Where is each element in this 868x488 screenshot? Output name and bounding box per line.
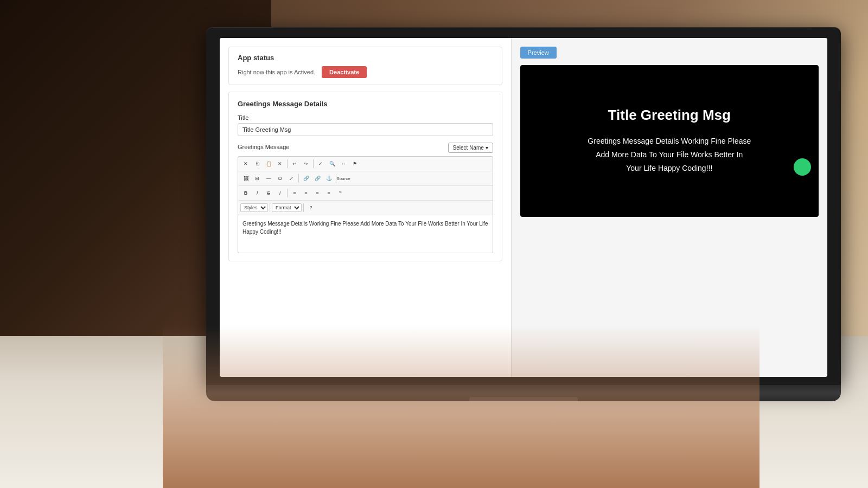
preview-line-3: Your Life Happy Coding!!! [626,164,712,172]
toolbar-outdent[interactable]: ≡ [312,188,323,198]
toolbar-row-1: ✕ ⎘ 📋 ✕ ↩ ↪ ✓ 🔍 ↔ ⚑ [238,157,493,171]
app-status-title: App status [238,54,493,62]
toolbar-replace[interactable]: ↔ [338,158,349,169]
separator-7 [303,203,304,212]
toolbar-row-4: Styles Format ? [238,201,493,215]
preview-line-2: Add More Data To Your File Works Better … [596,150,743,159]
separator-5 [287,189,288,197]
toolbar-help[interactable]: ? [305,202,316,213]
preview-black-box: Title Greeting Msg Greetings Message Det… [520,65,819,217]
laptop-screen: App status Right now this app is Actived… [220,38,827,377]
greetings-section: Greetings Message Details Title Greeting… [228,92,502,261]
editor-toolbar: ✕ ⎘ 📋 ✕ ↩ ↪ ✓ 🔍 ↔ ⚑ [238,156,493,215]
app-status-text: Right now this app is Actived. [238,69,315,75]
format-select[interactable]: Format [272,203,302,212]
deactivate-button[interactable]: Deactivate [322,66,367,78]
greetings-section-title: Greetings Message Details [238,100,493,108]
toolbar-row-2: 🖼 ⊞ — Ω ⤢ 🔗 🔗 ⚓ Source [238,171,493,186]
preview-button[interactable]: Preview [520,47,557,59]
title-field-label: Title [238,114,493,121]
toolbar-ol[interactable]: ≡ [289,188,300,198]
greetings-msg-label: Greetings Message [238,144,289,150]
toolbar-row-3: B I S I ≡ ≡ ≡ ≡ ❝ [238,186,493,201]
right-panel: Preview Title Greeting Msg Greetings Mes… [512,38,827,377]
toolbar-link[interactable]: 🔗 [301,173,311,184]
styles-select[interactable]: Styles [240,203,268,212]
toolbar-redo[interactable]: ↪ [301,158,311,169]
toolbar-hr[interactable]: — [263,173,274,184]
screen-content: App status Right now this app is Actived… [220,38,827,377]
toolbar-image[interactable]: 🖼 [240,173,251,184]
toolbar-italic[interactable]: I [252,188,263,198]
separator-3 [298,174,299,183]
toolbar-undo[interactable]: ↩ [289,158,300,169]
toolbar-omega[interactable]: Ω [275,173,285,184]
toolbar-copy[interactable]: ⎘ [252,158,263,169]
toolbar-indent[interactable]: ≡ [323,188,334,198]
toolbar-flag[interactable]: ⚑ [349,158,360,169]
toolbar-unlink[interactable]: 🔗 [312,173,323,184]
preview-title: Title Greeting Msg [608,107,731,124]
separator-1 [287,159,288,168]
toolbar-bold[interactable]: B [240,188,251,198]
toolbar-anchor[interactable]: ⚓ [323,173,334,184]
toolbar-source[interactable]: Source [338,173,349,184]
toolbar-find[interactable]: 🔍 [327,158,337,169]
editor-content-area[interactable]: Greetings Message Details Working Fine P… [238,215,493,253]
preview-line-1: Greetings Message Details Working Fine P… [588,137,751,145]
toolbar-cut[interactable]: ✕ [240,158,251,169]
toolbar-delete[interactable]: ✕ [275,158,285,169]
screen-bezel: App status Right now this app is Actived… [206,27,841,385]
toolbar-table[interactable]: ⊞ [252,173,263,184]
toolbar-subscript[interactable]: I [275,188,285,198]
select-name-button[interactable]: Select Name ▾ [448,143,493,153]
app-status-section: App status Right now this app is Actived… [228,47,502,85]
laptop-base [206,385,841,401]
title-input[interactable] [238,123,493,136]
laptop: App status Right now this app is Actived… [206,27,841,401]
toolbar-blockquote[interactable]: ❝ [335,188,346,198]
toolbar-strikethrough[interactable]: S [263,188,274,198]
toolbar-paste[interactable]: 📋 [263,158,274,169]
toolbar-ul[interactable]: ≡ [301,188,311,198]
preview-body: Greetings Message Details Working Fine P… [588,134,751,176]
left-panel: App status Right now this app is Actived… [220,38,512,377]
app-status-row: Right now this app is Actived. Deactivat… [238,66,493,78]
toolbar-fullscreen[interactable]: ⤢ [286,173,297,184]
toolbar-spellcheck[interactable]: ✓ [315,158,326,169]
float-action-button[interactable] [794,158,811,176]
greetings-msg-header: Greetings Message Select Name ▾ [238,143,493,153]
preview-tab-area: Preview [520,47,819,59]
separator-6 [270,203,270,212]
separator-2 [313,159,314,168]
